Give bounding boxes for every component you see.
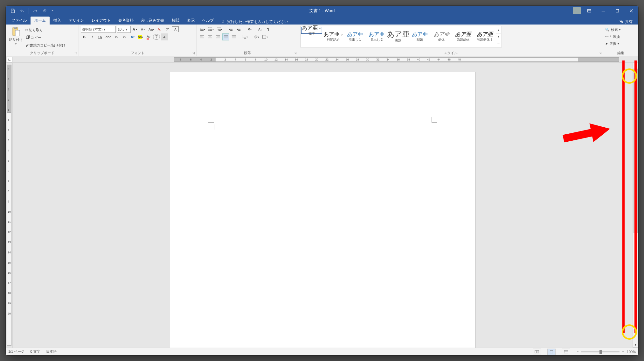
tab-help[interactable]: ヘルプ: [198, 17, 218, 25]
char-border-button[interactable]: A: [172, 26, 179, 32]
paste-button[interactable]: 貼り付け ▼: [8, 26, 24, 46]
qat-customize-icon[interactable]: [50, 6, 55, 15]
style-item-8[interactable]: あア亜強調斜体 2: [474, 27, 495, 46]
style-item-4[interactable]: あア亜表題: [388, 27, 409, 46]
minimize-icon[interactable]: [596, 6, 610, 16]
document-canvas[interactable]: [13, 63, 633, 348]
horizontal-ruler[interactable]: 8642246810121416182022242628303234363840…: [6, 56, 638, 63]
sort-button[interactable]: A↓: [257, 26, 264, 33]
text-effects-button[interactable]: A▾: [129, 33, 136, 40]
style-item-3[interactable]: あア亜見出し 2: [366, 27, 387, 46]
ribbon-display-options-icon[interactable]: [582, 6, 596, 16]
subscript-button[interactable]: x2: [113, 33, 120, 40]
numbering-button[interactable]: 123▾: [207, 26, 215, 33]
asian-layout-button[interactable]: ✕▾: [246, 26, 253, 33]
tab-mailings[interactable]: 差し込み文書: [137, 17, 168, 25]
align-left-button[interactable]: [198, 33, 205, 40]
align-center-button[interactable]: [206, 33, 213, 40]
enclosed-char-button[interactable]: 字: [153, 34, 160, 40]
touch-mode-icon[interactable]: [40, 6, 49, 15]
font-size-select[interactable]: 10.5▾: [117, 26, 131, 33]
gallery-scroll[interactable]: ▴▾═: [496, 27, 501, 46]
page[interactable]: [170, 72, 475, 348]
tab-design[interactable]: デザイン: [65, 17, 88, 25]
read-mode-button[interactable]: [533, 349, 541, 355]
style-item-6[interactable]: あア亜斜体: [431, 27, 452, 46]
scroll-down-button[interactable]: ▼: [633, 342, 638, 348]
undo-icon[interactable]: [18, 6, 27, 15]
phonetic-button[interactable]: ア: [164, 26, 171, 33]
replace-button[interactable]: ᵃ↔ᵇ置換: [605, 33, 620, 40]
word-count[interactable]: 0 文字: [30, 349, 40, 354]
tab-review[interactable]: 校閲: [168, 17, 183, 25]
account-icon[interactable]: [573, 7, 581, 14]
format-painter-button[interactable]: 🖌 書式のコピー/貼り付け: [25, 42, 66, 49]
zoom-out-button[interactable]: －: [576, 349, 579, 354]
tab-selector[interactable]: [7, 57, 12, 62]
styles-dialog-launcher[interactable]: [599, 52, 602, 55]
tab-home[interactable]: ホーム: [31, 17, 50, 25]
web-layout-button[interactable]: [562, 349, 570, 355]
superscript-button[interactable]: x2: [121, 33, 128, 40]
zoom-in-button[interactable]: ＋: [621, 349, 625, 354]
redo-icon[interactable]: [31, 6, 40, 15]
font-color-button[interactable]: A▾: [145, 33, 152, 40]
clipboard-dialog-launcher[interactable]: [74, 52, 78, 55]
vertical-ruler[interactable]: 543211234567891011121314151617181920: [6, 63, 13, 348]
maximize-icon[interactable]: [610, 6, 624, 16]
borders-button[interactable]: ▾: [261, 33, 269, 40]
cut-button[interactable]: ✂ 切り取り: [25, 26, 66, 33]
share-button[interactable]: 共有: [619, 19, 636, 25]
close-icon[interactable]: [624, 6, 638, 16]
highlight-button[interactable]: ab▾: [137, 33, 144, 40]
font-name-select[interactable]: 游明朝 (本文)▾: [81, 26, 116, 33]
tab-insert[interactable]: 挿入: [50, 17, 65, 25]
bold-button[interactable]: B: [81, 33, 88, 40]
zoom-level[interactable]: 100%: [627, 350, 636, 354]
strike-button[interactable]: abc: [105, 33, 112, 40]
page-count[interactable]: 1/1 ページ: [8, 349, 24, 354]
increase-indent-button[interactable]: [235, 26, 242, 33]
zoom-slider[interactable]: [581, 351, 620, 352]
decrease-indent-button[interactable]: [227, 26, 234, 33]
paragraph-dialog-launcher[interactable]: [294, 52, 297, 55]
zoom-control[interactable]: － ＋ 100%: [576, 349, 636, 354]
style-item-0[interactable]: あア亜 ↵標準: [301, 27, 322, 34]
tab-layout[interactable]: レイアウト: [88, 17, 114, 25]
italic-button[interactable]: I: [89, 33, 96, 40]
style-item-2[interactable]: あア亜見出し 1: [344, 27, 365, 46]
gallery-scroll-btn[interactable]: ▾: [496, 33, 501, 40]
multilevel-list-button[interactable]: ▾: [216, 26, 223, 33]
char-shading-button[interactable]: A: [161, 33, 168, 40]
underline-button[interactable]: U▾: [97, 33, 104, 40]
bullets-button[interactable]: ▾: [198, 26, 206, 33]
shading-button[interactable]: ▾: [253, 33, 260, 40]
save-icon[interactable]: [8, 6, 17, 15]
show-marks-button[interactable]: ¶: [265, 26, 272, 33]
style-item-5[interactable]: あア亜副題: [409, 27, 430, 46]
tab-references[interactable]: 参考資料: [114, 17, 137, 25]
font-dialog-launcher[interactable]: [192, 52, 196, 55]
select-button[interactable]: ➤選択▾: [605, 40, 619, 47]
tell-me[interactable]: 実行したい作業を入力してください: [221, 19, 288, 25]
align-right-button[interactable]: [214, 33, 221, 40]
language[interactable]: 日本語: [46, 349, 57, 354]
grow-font-button[interactable]: A▲: [132, 26, 139, 33]
style-item-7[interactable]: あア亜強調斜体: [453, 27, 474, 46]
change-case-button[interactable]: Aa▾: [148, 26, 155, 33]
tab-view[interactable]: 表示: [183, 17, 198, 25]
justify-button[interactable]: [222, 33, 229, 40]
styles-gallery[interactable]: あア亜 ↵標準あア亜 ↵行間詰めあア亜見出し 1あア亜見出し 2あア亜表題あア亜…: [300, 26, 502, 47]
find-button[interactable]: 🔍検索▾: [605, 26, 620, 33]
distributed-button[interactable]: [230, 33, 237, 40]
tab-file[interactable]: ファイル: [8, 17, 31, 25]
style-item-1[interactable]: あア亜 ↵行間詰め: [323, 27, 344, 46]
gallery-scroll-btn[interactable]: ═: [496, 40, 501, 46]
zoom-thumb[interactable]: [599, 350, 602, 354]
shrink-font-button[interactable]: A▼: [140, 26, 147, 33]
print-layout-button[interactable]: [547, 349, 556, 355]
clear-format-button[interactable]: A⃠: [156, 26, 163, 33]
line-spacing-button[interactable]: ▾: [241, 33, 249, 40]
copy-button[interactable]: コピー: [25, 34, 66, 41]
gallery-scroll-btn[interactable]: ▴: [496, 27, 501, 33]
